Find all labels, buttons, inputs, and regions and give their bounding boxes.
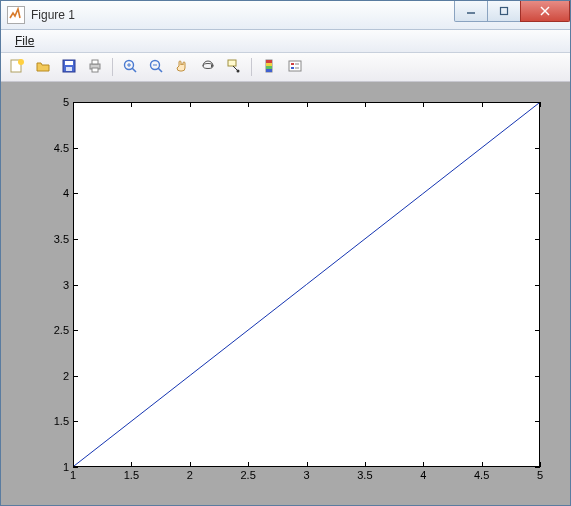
zoom-in-icon — [122, 58, 138, 77]
svg-rect-10 — [92, 60, 98, 64]
svg-rect-30 — [291, 63, 294, 65]
colorbar-icon — [261, 58, 277, 77]
y-tick-mark — [535, 148, 540, 149]
window-controls — [455, 1, 570, 21]
y-tick-label: 2.5 — [54, 324, 69, 336]
minimize-button[interactable] — [454, 1, 488, 22]
x-tick-mark — [131, 462, 132, 467]
new-figure-icon — [9, 58, 25, 77]
y-tick-label: 1 — [63, 461, 69, 473]
print-button[interactable] — [83, 55, 107, 79]
svg-rect-28 — [266, 69, 272, 72]
svg-rect-8 — [66, 67, 72, 71]
toolbar-separator — [251, 58, 252, 76]
x-tick-mark — [248, 462, 249, 467]
open-button[interactable] — [31, 55, 55, 79]
menu-file-label: File — [15, 34, 34, 48]
zoom-out-icon — [148, 58, 164, 77]
y-tick-label: 4 — [63, 187, 69, 199]
figure-window: Figure 1 File — [0, 0, 571, 506]
y-tick-label: 5 — [63, 96, 69, 108]
svg-point-5 — [18, 59, 24, 65]
y-tick-mark — [73, 148, 78, 149]
svg-rect-31 — [291, 67, 294, 69]
zoom-out-button[interactable] — [144, 55, 168, 79]
x-tick-mark — [190, 102, 191, 107]
y-tick-mark — [73, 376, 78, 377]
y-tick-mark — [535, 193, 540, 194]
y-tick-label: 3.5 — [54, 233, 69, 245]
svg-line-17 — [158, 68, 162, 72]
figure-canvas[interactable]: 11.522.533.544.5511.522.533.544.55 — [1, 82, 570, 505]
y-tick-mark — [535, 376, 540, 377]
x-tick-label: 5 — [537, 469, 543, 481]
axes[interactable] — [73, 102, 540, 467]
x-tick-mark — [482, 462, 483, 467]
window-title: Figure 1 — [31, 8, 75, 22]
y-tick-mark — [535, 330, 540, 331]
maximize-button[interactable] — [487, 1, 521, 22]
y-tick-mark — [73, 330, 78, 331]
data-cursor-button[interactable] — [222, 55, 246, 79]
close-button[interactable] — [520, 1, 570, 22]
toolbar-separator — [112, 58, 113, 76]
rotate-3d-button[interactable] — [196, 55, 220, 79]
x-tick-label: 4.5 — [474, 469, 489, 481]
x-tick-mark — [248, 102, 249, 107]
zoom-in-button[interactable] — [118, 55, 142, 79]
x-tick-mark — [423, 102, 424, 107]
y-tick-mark — [535, 102, 540, 103]
svg-point-23 — [237, 69, 240, 72]
new-figure-button[interactable] — [5, 55, 29, 79]
x-tick-mark — [307, 102, 308, 107]
svg-rect-26 — [266, 63, 272, 66]
matlab-icon — [7, 6, 25, 24]
x-tick-mark — [423, 462, 424, 467]
x-tick-label: 2 — [187, 469, 193, 481]
y-tick-mark — [535, 285, 540, 286]
x-tick-mark — [482, 102, 483, 107]
x-tick-label: 4 — [420, 469, 426, 481]
print-icon — [87, 58, 103, 77]
y-tick-label: 1.5 — [54, 415, 69, 427]
svg-rect-11 — [92, 68, 98, 72]
toolbar — [1, 53, 570, 82]
y-tick-mark — [73, 102, 78, 103]
pan-icon — [174, 58, 190, 77]
x-tick-mark — [365, 462, 366, 467]
x-tick-mark — [365, 102, 366, 107]
colorbar-button[interactable] — [257, 55, 281, 79]
titlebar: Figure 1 — [1, 1, 570, 30]
y-tick-mark — [73, 421, 78, 422]
menubar: File — [1, 30, 570, 53]
menu-file[interactable]: File — [7, 32, 42, 50]
legend-button[interactable] — [283, 55, 307, 79]
y-tick-mark — [535, 467, 540, 468]
x-tick-label: 1 — [70, 469, 76, 481]
save-icon — [61, 58, 77, 77]
svg-rect-1 — [501, 8, 508, 15]
rotate-3d-icon — [200, 58, 216, 77]
svg-rect-27 — [266, 66, 272, 69]
y-tick-mark — [73, 285, 78, 286]
x-tick-label: 3 — [303, 469, 309, 481]
legend-icon — [287, 58, 303, 77]
svg-line-13 — [132, 68, 136, 72]
y-tick-mark — [535, 421, 540, 422]
save-button[interactable] — [57, 55, 81, 79]
x-tick-label: 2.5 — [240, 469, 255, 481]
pan-button[interactable] — [170, 55, 194, 79]
x-tick-mark — [540, 102, 541, 107]
x-tick-mark — [307, 462, 308, 467]
y-tick-mark — [73, 467, 78, 468]
y-tick-label: 4.5 — [54, 142, 69, 154]
y-tick-mark — [73, 239, 78, 240]
x-tick-mark — [131, 102, 132, 107]
data-cursor-icon — [226, 58, 242, 77]
x-tick-label: 1.5 — [124, 469, 139, 481]
x-tick-mark — [540, 462, 541, 467]
y-tick-mark — [535, 239, 540, 240]
x-tick-mark — [190, 462, 191, 467]
y-tick-mark — [73, 193, 78, 194]
y-tick-label: 2 — [63, 370, 69, 382]
